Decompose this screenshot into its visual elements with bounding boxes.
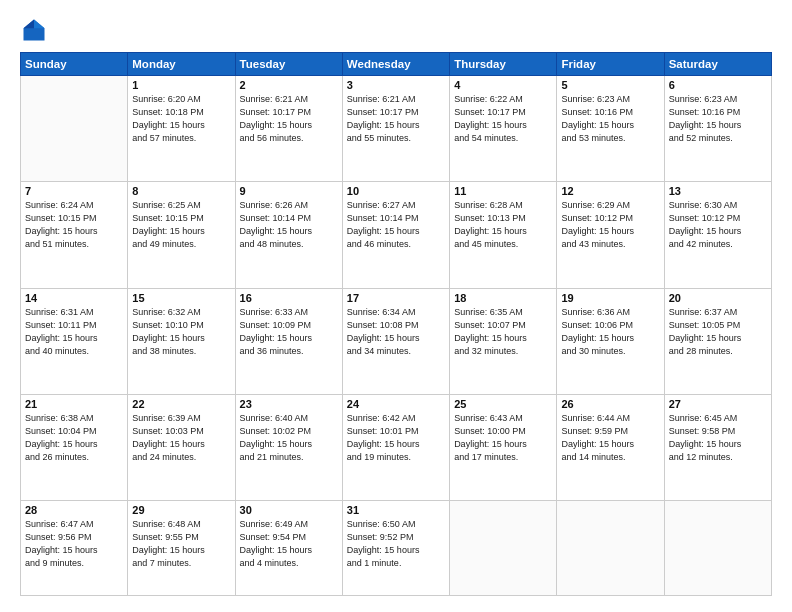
calendar-cell: 20Sunrise: 6:37 AM Sunset: 10:05 PM Dayl… (664, 288, 771, 394)
calendar-cell: 30Sunrise: 6:49 AM Sunset: 9:54 PM Dayli… (235, 501, 342, 596)
day-number: 20 (669, 292, 767, 304)
calendar-cell: 27Sunrise: 6:45 AM Sunset: 9:58 PM Dayli… (664, 394, 771, 500)
calendar-week-row: 21Sunrise: 6:38 AM Sunset: 10:04 PM Dayl… (21, 394, 772, 500)
day-number: 16 (240, 292, 338, 304)
day-info: Sunrise: 6:43 AM Sunset: 10:00 PM Daylig… (454, 412, 552, 464)
calendar-cell: 5Sunrise: 6:23 AM Sunset: 10:16 PM Dayli… (557, 76, 664, 182)
calendar-cell: 26Sunrise: 6:44 AM Sunset: 9:59 PM Dayli… (557, 394, 664, 500)
day-number: 28 (25, 504, 123, 516)
day-number: 24 (347, 398, 445, 410)
calendar-cell (21, 76, 128, 182)
page: SundayMondayTuesdayWednesdayThursdayFrid… (0, 0, 792, 612)
logo-icon (20, 16, 48, 44)
day-number: 26 (561, 398, 659, 410)
calendar-cell (664, 501, 771, 596)
day-info: Sunrise: 6:49 AM Sunset: 9:54 PM Dayligh… (240, 518, 338, 570)
day-info: Sunrise: 6:21 AM Sunset: 10:17 PM Daylig… (240, 93, 338, 145)
day-number: 2 (240, 79, 338, 91)
day-info: Sunrise: 6:23 AM Sunset: 10:16 PM Daylig… (561, 93, 659, 145)
day-number: 4 (454, 79, 552, 91)
calendar-cell: 15Sunrise: 6:32 AM Sunset: 10:10 PM Dayl… (128, 288, 235, 394)
weekday-header-tuesday: Tuesday (235, 53, 342, 76)
day-number: 7 (25, 185, 123, 197)
calendar-week-row: 1Sunrise: 6:20 AM Sunset: 10:18 PM Dayli… (21, 76, 772, 182)
calendar-cell: 28Sunrise: 6:47 AM Sunset: 9:56 PM Dayli… (21, 501, 128, 596)
day-info: Sunrise: 6:48 AM Sunset: 9:55 PM Dayligh… (132, 518, 230, 570)
calendar-cell: 3Sunrise: 6:21 AM Sunset: 10:17 PM Dayli… (342, 76, 449, 182)
day-number: 11 (454, 185, 552, 197)
day-number: 15 (132, 292, 230, 304)
calendar-cell: 25Sunrise: 6:43 AM Sunset: 10:00 PM Dayl… (450, 394, 557, 500)
weekday-header-friday: Friday (557, 53, 664, 76)
day-info: Sunrise: 6:23 AM Sunset: 10:16 PM Daylig… (669, 93, 767, 145)
calendar-cell: 21Sunrise: 6:38 AM Sunset: 10:04 PM Dayl… (21, 394, 128, 500)
day-number: 12 (561, 185, 659, 197)
day-info: Sunrise: 6:44 AM Sunset: 9:59 PM Dayligh… (561, 412, 659, 464)
calendar-cell: 14Sunrise: 6:31 AM Sunset: 10:11 PM Dayl… (21, 288, 128, 394)
logo (20, 16, 52, 44)
calendar-week-row: 7Sunrise: 6:24 AM Sunset: 10:15 PM Dayli… (21, 182, 772, 288)
day-info: Sunrise: 6:27 AM Sunset: 10:14 PM Daylig… (347, 199, 445, 251)
day-info: Sunrise: 6:20 AM Sunset: 10:18 PM Daylig… (132, 93, 230, 145)
day-info: Sunrise: 6:38 AM Sunset: 10:04 PM Daylig… (25, 412, 123, 464)
svg-marker-2 (24, 20, 35, 29)
day-number: 18 (454, 292, 552, 304)
day-number: 9 (240, 185, 338, 197)
header (20, 16, 772, 44)
day-info: Sunrise: 6:34 AM Sunset: 10:08 PM Daylig… (347, 306, 445, 358)
day-number: 21 (25, 398, 123, 410)
day-number: 13 (669, 185, 767, 197)
calendar-cell: 24Sunrise: 6:42 AM Sunset: 10:01 PM Dayl… (342, 394, 449, 500)
day-number: 5 (561, 79, 659, 91)
calendar-cell: 4Sunrise: 6:22 AM Sunset: 10:17 PM Dayli… (450, 76, 557, 182)
weekday-header-wednesday: Wednesday (342, 53, 449, 76)
day-info: Sunrise: 6:22 AM Sunset: 10:17 PM Daylig… (454, 93, 552, 145)
calendar-cell: 23Sunrise: 6:40 AM Sunset: 10:02 PM Dayl… (235, 394, 342, 500)
day-info: Sunrise: 6:47 AM Sunset: 9:56 PM Dayligh… (25, 518, 123, 570)
weekday-header-sunday: Sunday (21, 53, 128, 76)
day-number: 27 (669, 398, 767, 410)
day-info: Sunrise: 6:35 AM Sunset: 10:07 PM Daylig… (454, 306, 552, 358)
calendar-week-row: 14Sunrise: 6:31 AM Sunset: 10:11 PM Dayl… (21, 288, 772, 394)
calendar-week-row: 28Sunrise: 6:47 AM Sunset: 9:56 PM Dayli… (21, 501, 772, 596)
day-number: 10 (347, 185, 445, 197)
day-number: 8 (132, 185, 230, 197)
calendar-cell: 16Sunrise: 6:33 AM Sunset: 10:09 PM Dayl… (235, 288, 342, 394)
day-info: Sunrise: 6:21 AM Sunset: 10:17 PM Daylig… (347, 93, 445, 145)
calendar-cell: 11Sunrise: 6:28 AM Sunset: 10:13 PM Dayl… (450, 182, 557, 288)
day-info: Sunrise: 6:32 AM Sunset: 10:10 PM Daylig… (132, 306, 230, 358)
calendar-cell: 17Sunrise: 6:34 AM Sunset: 10:08 PM Dayl… (342, 288, 449, 394)
weekday-header-monday: Monday (128, 53, 235, 76)
calendar-cell: 7Sunrise: 6:24 AM Sunset: 10:15 PM Dayli… (21, 182, 128, 288)
day-number: 14 (25, 292, 123, 304)
calendar-table: SundayMondayTuesdayWednesdayThursdayFrid… (20, 52, 772, 596)
calendar-cell: 29Sunrise: 6:48 AM Sunset: 9:55 PM Dayli… (128, 501, 235, 596)
svg-marker-1 (34, 20, 45, 29)
day-number: 17 (347, 292, 445, 304)
day-info: Sunrise: 6:40 AM Sunset: 10:02 PM Daylig… (240, 412, 338, 464)
day-number: 1 (132, 79, 230, 91)
calendar-cell: 2Sunrise: 6:21 AM Sunset: 10:17 PM Dayli… (235, 76, 342, 182)
calendar-header-row: SundayMondayTuesdayWednesdayThursdayFrid… (21, 53, 772, 76)
day-number: 3 (347, 79, 445, 91)
calendar-cell: 12Sunrise: 6:29 AM Sunset: 10:12 PM Dayl… (557, 182, 664, 288)
day-info: Sunrise: 6:37 AM Sunset: 10:05 PM Daylig… (669, 306, 767, 358)
calendar-cell (557, 501, 664, 596)
day-number: 19 (561, 292, 659, 304)
weekday-header-saturday: Saturday (664, 53, 771, 76)
day-info: Sunrise: 6:33 AM Sunset: 10:09 PM Daylig… (240, 306, 338, 358)
day-number: 31 (347, 504, 445, 516)
day-number: 25 (454, 398, 552, 410)
day-info: Sunrise: 6:24 AM Sunset: 10:15 PM Daylig… (25, 199, 123, 251)
calendar-cell: 6Sunrise: 6:23 AM Sunset: 10:16 PM Dayli… (664, 76, 771, 182)
day-info: Sunrise: 6:39 AM Sunset: 10:03 PM Daylig… (132, 412, 230, 464)
calendar-cell: 22Sunrise: 6:39 AM Sunset: 10:03 PM Dayl… (128, 394, 235, 500)
calendar-cell: 1Sunrise: 6:20 AM Sunset: 10:18 PM Dayli… (128, 76, 235, 182)
calendar-cell: 9Sunrise: 6:26 AM Sunset: 10:14 PM Dayli… (235, 182, 342, 288)
calendar-cell: 13Sunrise: 6:30 AM Sunset: 10:12 PM Dayl… (664, 182, 771, 288)
calendar-cell (450, 501, 557, 596)
calendar-cell: 31Sunrise: 6:50 AM Sunset: 9:52 PM Dayli… (342, 501, 449, 596)
calendar-cell: 19Sunrise: 6:36 AM Sunset: 10:06 PM Dayl… (557, 288, 664, 394)
calendar-cell: 18Sunrise: 6:35 AM Sunset: 10:07 PM Dayl… (450, 288, 557, 394)
day-number: 6 (669, 79, 767, 91)
